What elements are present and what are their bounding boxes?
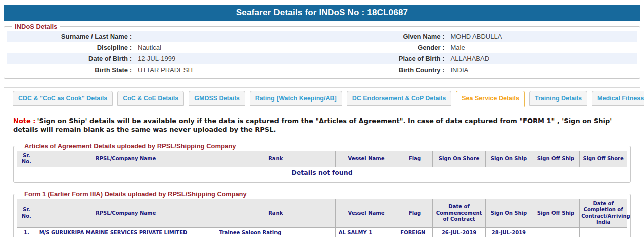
gender-value: Male [445,44,637,51]
col-rpsl-company-name: RPSL/Company Name [36,199,216,227]
birth-state-value: UTTAR PRADESH [132,66,324,74]
cell-rank: Trainee Saloon Rating [216,227,335,237]
col-sign-on-ship: Sign On Ship [486,151,532,167]
page: Seafarer Details for INDoS No : 18CL0687… [0,0,644,237]
col-sr-no: Sr. No. [17,199,36,227]
col-sr-no: Sr. No. [17,151,36,167]
indos-details-rows: Surname / Last Name : Given Name : MOHD … [7,31,637,75]
page-title: Seafarer Details for INDoS No : 18CL0687 [4,5,640,21]
table-header-row: Sr. No. RPSL/Company Name Rank Vessel Na… [17,151,627,167]
note: Note :'Sign on Ship' details will be ava… [13,117,631,134]
birth-state-label: Birth State : [7,66,132,74]
cell-date-of-commencement: 26-JUL-2019 [432,227,486,237]
col-vessel-name: Vessel Name [335,151,397,167]
place-of-birth-label: Place of Birth : [324,55,445,62]
given-name-value: MOHD ABDULLA [445,33,637,40]
tab-bar: CDC & "CoC as Cook" Details CoC & CoE De… [4,88,640,106]
surname-label: Surname / Last Name : [7,33,132,40]
col-flag: Flag [397,199,432,227]
cell-vessel-name: AL SALMY 1 [335,227,397,237]
tab-training-details[interactable]: Training Details [529,91,587,106]
col-flag: Flag [397,151,432,167]
form1-section: Form 1 (Earlier Form IIIA) Details uploa… [13,190,631,237]
details-not-found-message: Details not found [17,167,627,178]
detail-row-date-of-birth: Date of Birth : 12-JUL-1999 Place of Bir… [7,53,637,64]
note-text: 'Sign on Ship' details will be available… [13,117,612,133]
col-date-of-commencement: Date of Commencement of Contract [432,199,486,227]
date-of-birth-label: Date of Birth : [7,55,132,62]
articles-of-agreement-table: Sr. No. RPSL/Company Name Rank Vessel Na… [17,151,627,178]
detail-row-surname: Surname / Last Name : Given Name : MOHD … [7,31,637,42]
cell-sr-no: 1. [17,227,36,237]
birth-country-label: Birth Country : [324,66,445,74]
tab-medical-fitness-certificate[interactable]: Medical Fitness Certificate [592,91,644,106]
table-header-row: Sr. No. RPSL/Company Name Rank Vessel Na… [17,199,627,227]
tab-rating-watch-keeping-ab[interactable]: Rating [Watch Keeping/AB] [250,91,342,106]
detail-row-birth-state: Birth State : UTTAR PRADESH Birth Countr… [7,64,637,75]
sea-service-tab-panel: Note :'Sign on Ship' details will be ava… [4,106,640,237]
gender-label: Gender : [324,44,445,51]
col-rank: Rank [216,199,335,227]
tab-section: CDC & "CoC as Cook" Details CoC & CoE De… [4,87,640,237]
col-rpsl-company-name: RPSL/Company Name [36,151,216,167]
tab-coc-coe-details[interactable]: CoC & CoE Details [117,91,184,106]
col-sign-on-ship: Sign On Ship [486,199,532,227]
given-name-label: Given Name : [324,33,445,40]
form1-legend: Form 1 (Earlier Form IIIA) Details uploa… [22,190,249,198]
col-sign-off-ship: Sign Off Ship [532,199,580,227]
tab-dc-endorsement-cop-details[interactable]: DC Endorsement & CoP Details [347,91,452,106]
cell-flag: FOREIGN [397,227,432,237]
col-sign-off-shore: Sign Off Shore [580,151,627,167]
tab-cdc-coc-as-cook-details[interactable]: CDC & "CoC as Cook" Details [13,91,113,106]
detail-row-discipline: Discipline : Nautical Gender : Male [7,42,637,53]
col-sign-off-ship: Sign Off Ship [532,151,580,167]
cell-sign-off-ship [532,227,580,237]
form1-table: Sr. No. RPSL/Company Name Rank Vessel Na… [17,199,627,237]
birth-country-value: INDIA [445,66,637,74]
col-rank: Rank [216,151,335,167]
note-prefix: Note : [13,117,36,125]
discipline-value: Nautical [132,44,324,51]
table-row: 1. M/S GURUKRIPA MARINE SERVICES PRIVATE… [17,227,627,237]
indos-details-section: INDoS Details Surname / Last Name : Give… [4,23,640,79]
indos-details-legend: INDoS Details [12,23,60,30]
cell-sign-on-ship: 28-JUL-2019 [486,227,532,237]
discipline-label: Discipline : [7,44,132,51]
empty-row: Details not found [17,167,627,178]
place-of-birth-value: ALLAHABAD [445,55,637,62]
articles-of-agreement-section: Articles of Agreement Details uploaded b… [13,142,631,183]
col-sign-on-shore: Sign On Shore [432,151,486,167]
tab-sea-service-details[interactable]: Sea Service Details [456,91,525,107]
tab-gmdss-details[interactable]: GMDSS Details [189,91,245,106]
cell-date-of-completion [580,227,627,237]
col-vessel-name: Vessel Name [335,199,397,227]
col-date-of-completion: Date of Completion of Contract/Arriving … [580,199,627,227]
cell-company-name: M/S GURUKRIPA MARINE SERVICES PRIVATE LI… [36,227,216,237]
date-of-birth-value: 12-JUL-1999 [132,55,324,62]
articles-of-agreement-legend: Articles of Agreement Details uploaded b… [22,142,238,150]
